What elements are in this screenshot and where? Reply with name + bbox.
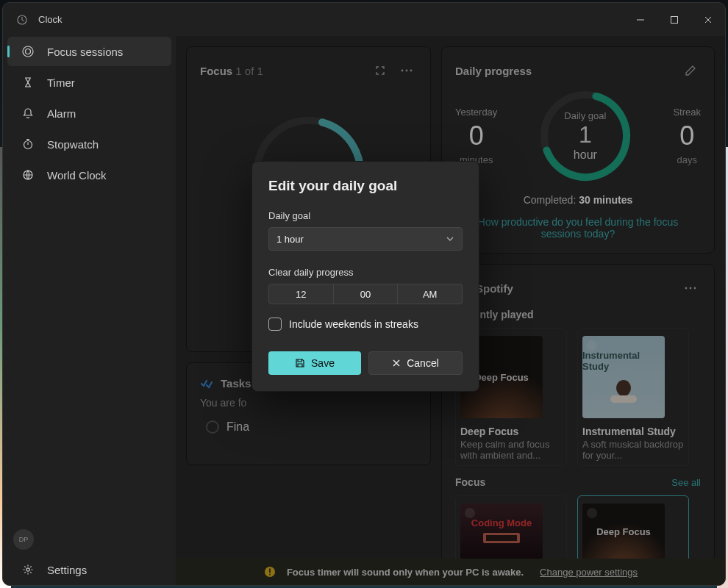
time-hour-input[interactable]: 12 — [268, 284, 334, 304]
sidebar-item-label: Stopwatch — [47, 138, 99, 151]
time-ampm-input[interactable]: AM — [398, 284, 463, 304]
minimize-button[interactable] — [624, 8, 657, 32]
sidebar-item-label: Focus sessions — [47, 46, 123, 58]
sidebar-item-world-clock[interactable]: World Clock — [7, 160, 171, 190]
close-icon — [392, 359, 401, 368]
user-avatar[interactable]: DP — [13, 529, 34, 550]
include-weekends-checkbox[interactable] — [268, 318, 282, 331]
maximize-button[interactable] — [657, 8, 691, 32]
title-bar: Clock — [3, 3, 725, 36]
daily-goal-select[interactable]: 1 hour — [268, 227, 463, 251]
clear-progress-label: Clear daily progress — [268, 267, 463, 278]
edit-daily-goal-dialog: Edit your daily goal Daily goal 1 hour C… — [251, 161, 479, 392]
sidebar-item-focus-sessions[interactable]: Focus sessions — [7, 37, 171, 66]
save-icon — [295, 358, 305, 368]
sidebar-item-alarm[interactable]: Alarm — [7, 98, 171, 128]
app-title: Clock — [38, 14, 63, 25]
clock-app-window: Clock Focus sessions Timer Alarm Stopwat — [2, 2, 726, 586]
sidebar-item-settings[interactable]: Settings — [7, 555, 171, 584]
sidebar-item-label: Alarm — [47, 107, 76, 120]
close-button[interactable] — [691, 8, 725, 32]
sidebar-item-label: World Clock — [47, 169, 107, 182]
stopwatch-icon — [21, 138, 35, 150]
cancel-button[interactable]: Cancel — [368, 351, 463, 375]
sidebar-item-label: Timer — [47, 76, 75, 89]
sidebar-item-timer[interactable]: Timer — [7, 68, 171, 97]
target-icon — [21, 45, 35, 58]
svg-point-2 — [23, 46, 33, 57]
chevron-down-icon — [446, 236, 454, 242]
sidebar-item-stopwatch[interactable]: Stopwatch — [7, 129, 171, 159]
daily-goal-label: Daily goal — [268, 210, 463, 221]
dialog-title: Edit your daily goal — [268, 178, 463, 194]
globe-icon — [21, 169, 35, 181]
sidebar-item-label: Settings — [47, 564, 87, 576]
bell-icon — [21, 107, 35, 119]
svg-rect-1 — [671, 16, 678, 23]
app-icon — [16, 14, 28, 26]
gear-icon — [21, 564, 35, 576]
svg-point-6 — [26, 568, 29, 571]
save-button[interactable]: Save — [268, 351, 361, 375]
include-weekends-label: Include weekends in streaks — [289, 318, 418, 330]
time-minute-input[interactable]: 00 — [334, 284, 399, 304]
sidebar: Focus sessions Timer Alarm Stopwatch Wor… — [3, 36, 176, 585]
svg-point-3 — [26, 49, 31, 54]
hourglass-icon — [21, 76, 35, 88]
